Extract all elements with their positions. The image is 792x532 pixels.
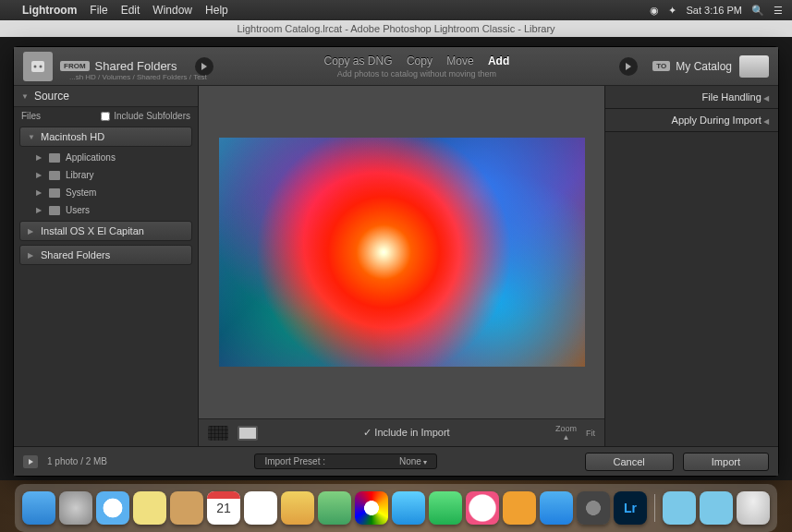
preset-value: None [399, 456, 427, 466]
folder-icon [49, 171, 60, 180]
macos-menubar: Lightroom File Edit Window Help ◉ ✦ Sat … [0, 0, 792, 20]
menu-file[interactable]: File [90, 4, 107, 17]
cancel-button[interactable]: Cancel [585, 453, 674, 471]
zoom-slider-icon[interactable]: ▲ [563, 433, 570, 441]
tree-item-shared-folders[interactable]: ▶Shared Folders [19, 245, 192, 265]
window-titlebar: Lightroom Catalog.lrcat - Adobe Photosho… [0, 20, 792, 37]
zoom-label: Zoom [555, 424, 577, 433]
dock-notes-icon[interactable] [244, 491, 277, 525]
tree-item-install-osx[interactable]: ▶Install OS X El Capitan [19, 221, 192, 241]
dock-itunes-icon[interactable] [466, 491, 499, 525]
chevron-right-icon[interactable]: ▶ [36, 206, 43, 214]
svg-rect-0 [31, 61, 44, 72]
from-badge: FROM [60, 61, 90, 71]
dock-safari-icon[interactable] [96, 491, 129, 525]
spotlight-icon[interactable]: 🔍 [751, 5, 764, 17]
mode-copy[interactable]: Copy [407, 54, 433, 67]
dock-stickies-icon[interactable] [133, 491, 166, 525]
menu-edit[interactable]: Edit [121, 4, 140, 17]
loupe-view-button[interactable] [238, 426, 258, 441]
mode-subtitle: Add photos to catalog without moving the… [223, 69, 610, 79]
menubar-clock[interactable]: Sat 3:16 PM [686, 5, 742, 16]
tree-root-volume[interactable]: ▼ Macintosh HD [19, 127, 192, 147]
source-panel-header[interactable]: Source [14, 86, 198, 107]
tree-folder-applications[interactable]: ▶Applications [19, 151, 192, 164]
grid-view-button[interactable] [208, 426, 228, 441]
include-in-import-toggle[interactable]: Include in Import [267, 427, 546, 439]
dock-contacts-icon[interactable] [170, 491, 203, 525]
window-title: Lightroom Catalog.lrcat - Adobe Photosho… [237, 23, 554, 34]
dock-facetime-icon[interactable] [429, 491, 462, 525]
preview-toolbar: Include in Import Zoom ▲ Fit [199, 418, 604, 446]
chevron-right-icon[interactable]: ▶ [36, 171, 43, 179]
files-label: Files [21, 111, 41, 121]
import-button[interactable]: Import [683, 453, 769, 471]
include-subfolders-checkbox[interactable] [101, 112, 110, 121]
import-preset-dropdown[interactable]: Import Preset : None [254, 453, 437, 469]
status-eye-icon[interactable]: ◉ [650, 5, 659, 17]
minimize-panel-button[interactable] [23, 455, 38, 468]
source-label[interactable]: Shared Folders [95, 59, 177, 73]
import-dialog: FROM Shared Folders ...sh HD / Volumes /… [13, 46, 779, 477]
dock-separator [654, 494, 655, 522]
notification-center-icon[interactable]: ☰ [774, 5, 783, 17]
dock-downloads-icon[interactable] [700, 491, 733, 525]
mode-add[interactable]: Add [488, 54, 509, 67]
destination-label[interactable]: My Catalog [676, 60, 732, 73]
app-menu[interactable]: Lightroom [22, 4, 77, 17]
dock-trash-icon[interactable] [737, 491, 770, 525]
dock-lightroom-icon[interactable]: Lr [614, 491, 647, 525]
import-footer: 1 photo / 2 MB Import Preset : None Canc… [14, 446, 778, 476]
source-volume-icon[interactable] [23, 52, 53, 81]
preview-panel: Include in Import Zoom ▲ Fit [199, 86, 604, 446]
folder-icon [49, 188, 60, 198]
status-script-icon[interactable]: ✦ [668, 5, 676, 17]
tree-folder-system[interactable]: ▶System [19, 186, 192, 200]
arrow-right-icon-2 [619, 57, 638, 76]
chevron-right-icon[interactable]: ▶ [28, 227, 35, 236]
import-header: FROM Shared Folders ...sh HD / Volumes /… [14, 47, 778, 86]
svg-point-1 [34, 65, 37, 67]
destination-drive-icon[interactable] [739, 55, 769, 78]
preset-label: Import Preset : [264, 456, 325, 466]
dock-appstore-icon[interactable] [540, 491, 573, 525]
apply-during-import-section[interactable]: Apply During Import [605, 109, 778, 132]
chevron-right-icon[interactable]: ▶ [36, 153, 43, 162]
chevron-down-icon[interactable]: ▼ [28, 133, 35, 141]
menu-help[interactable]: Help [205, 4, 228, 17]
dock-settings-icon[interactable] [577, 491, 610, 525]
tree-folder-library[interactable]: ▶Library [19, 168, 192, 182]
svg-point-2 [40, 65, 43, 67]
file-handling-section[interactable]: File Handling [605, 86, 778, 109]
right-panel: File Handling Apply During Import [604, 86, 778, 446]
mode-copy-dng[interactable]: Copy as DNG [324, 54, 393, 67]
folder-icon [49, 153, 60, 163]
macos-dock: Lr [15, 484, 777, 532]
to-badge: TO [652, 61, 670, 71]
preview-area[interactable] [199, 86, 604, 418]
dock-calendar-icon[interactable] [207, 491, 240, 525]
source-path: ...sh HD / Volumes / Shared Folders / Te… [69, 73, 207, 81]
dock-maps-icon[interactable] [318, 491, 351, 525]
folder-icon [49, 206, 60, 215]
dock-launchpad-icon[interactable] [59, 491, 92, 525]
chevron-right-icon[interactable]: ▶ [36, 188, 43, 197]
fit-label[interactable]: Fit [586, 429, 595, 438]
import-status: 1 photo / 2 MB [47, 456, 107, 466]
tree-folder-users[interactable]: ▶Users [19, 203, 192, 217]
dock-messages-icon[interactable] [392, 491, 425, 525]
dock-ibooks-icon[interactable] [503, 491, 536, 525]
mode-move[interactable]: Move [446, 54, 473, 67]
preview-thumbnail[interactable] [219, 138, 585, 367]
include-subfolders-label: Include Subfolders [114, 111, 190, 121]
dock-photos-icon[interactable] [355, 491, 388, 525]
import-mode-tabs: Copy as DNG Copy Move Add Add photos to … [223, 54, 610, 79]
source-panel: Source Files Include Subfolders ▼ Macint… [14, 86, 199, 446]
dock-reminders-icon[interactable] [281, 491, 314, 525]
menu-window[interactable]: Window [152, 4, 192, 17]
dock-folder-icon[interactable] [663, 491, 696, 525]
dock-finder-icon[interactable] [22, 491, 55, 525]
chevron-right-icon[interactable]: ▶ [28, 251, 35, 260]
